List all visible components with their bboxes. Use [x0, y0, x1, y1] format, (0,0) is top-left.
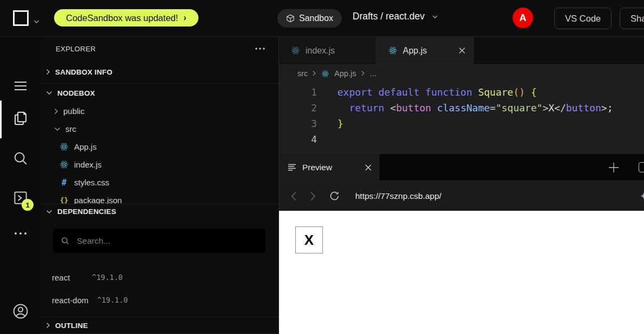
menu-icon[interactable] [0, 81, 41, 91]
tab-appjs[interactable]: App.js [376, 37, 474, 64]
codesandbox-app: CodeSandbox was updated! › Sandbox Draft… [0, 0, 644, 334]
activity-bar: 1 [0, 37, 41, 334]
avatar[interactable]: A [513, 8, 533, 28]
vscode-button[interactable]: VS Code [554, 8, 612, 29]
react-file-icon [59, 160, 69, 169]
chevron-right-icon: › [183, 13, 186, 23]
code-editor[interactable]: 1export default function Square() {2 ret… [279, 82, 644, 154]
preview-navbar: https://77sznp.csb.app/ ✦ [279, 181, 644, 211]
section-outline[interactable]: OUTLINE [41, 317, 278, 333]
breadcrumb-symbol[interactable]: ... [370, 69, 376, 78]
preview-pane: Preview [279, 154, 644, 334]
react-file-icon [291, 46, 300, 55]
line-number: 3 [279, 116, 317, 131]
react-file-icon [59, 142, 69, 151]
preview-content: X [279, 211, 644, 334]
code-line[interactable]: 1export default function Square() { [279, 84, 644, 100]
code-text: export default function Square() { [317, 84, 537, 100]
section-label: DEPENDENCIES [57, 208, 116, 216]
main-area: 1 EXPLORER [0, 37, 644, 334]
preview-header: Preview [279, 154, 644, 181]
project-breadcrumb[interactable]: Drafts / react.dev [353, 11, 438, 22]
tree-file-stylescss[interactable]: # styles.css [41, 173, 278, 191]
explorer-more-icon[interactable] [255, 47, 265, 50]
chevron-right-icon [361, 70, 365, 78]
dependency-version: ^19.1.0 [92, 273, 123, 282]
terminal-icon[interactable] [0, 190, 41, 206]
terminal-badge: 1 [22, 199, 34, 211]
close-icon[interactable] [459, 47, 466, 54]
chevron-right-icon [313, 70, 316, 78]
sandbox-badge[interactable]: Sandbox [277, 9, 342, 28]
code-text [317, 131, 337, 147]
dependency-react-dom[interactable]: react-dom ^19.1.0 [41, 289, 278, 311]
account-icon[interactable] [0, 303, 41, 320]
preview-square-button[interactable]: X [295, 226, 323, 253]
tab-label: App.js [403, 46, 427, 56]
chevron-down-icon [46, 210, 52, 214]
editor-tabstrip: index.js App.js [279, 37, 644, 65]
code-line[interactable]: 3} [279, 116, 644, 131]
code-text: } [317, 116, 343, 131]
forward-icon[interactable] [310, 191, 316, 201]
more-icon[interactable] [0, 231, 41, 236]
file-name: styles.css [74, 178, 109, 187]
section-label: OUTLINE [55, 322, 88, 330]
preview-url[interactable]: https://77sznp.csb.app/ [355, 191, 441, 201]
close-icon[interactable] [364, 164, 372, 171]
line-number: 4 [279, 131, 317, 147]
chevron-right-icon [54, 108, 58, 115]
css-file-icon: # [59, 178, 69, 188]
chevron-down-icon [46, 91, 52, 95]
update-banner-button[interactable]: CodeSandbox was updated! › [54, 9, 198, 26]
chevron-down-icon [54, 127, 61, 131]
code-line[interactable]: 2 return <button className="square">X</b… [279, 100, 644, 116]
dependency-search-input[interactable] [76, 236, 258, 246]
dependency-list: react ^19.1.0 react-dom ^19.1.0 [41, 266, 278, 311]
topbar: CodeSandbox was updated! › Sandbox Draft… [0, 0, 644, 37]
dependency-version: ^19.1.0 [97, 296, 128, 304]
code-lines: 1export default function Square() {2 ret… [279, 84, 644, 147]
section-sandbox-info[interactable]: SANDBOX INFO [41, 61, 278, 84]
files-icon[interactable] [0, 110, 41, 126]
layout-icon[interactable] [639, 162, 644, 172]
editor-area: index.js App.js src [279, 37, 644, 334]
preview-tab-label: Preview [302, 163, 332, 172]
search-icon[interactable] [0, 150, 41, 166]
back-icon[interactable] [291, 191, 297, 201]
explorer-panel: EXPLORER SANDBOX INFO NODEBOX [41, 37, 279, 334]
tab-label: index.js [306, 46, 335, 56]
explorer-title: EXPLORER [56, 45, 96, 53]
tree-folder-public[interactable]: public [41, 102, 278, 120]
add-preview-icon[interactable] [608, 162, 620, 173]
file-name: App.js [74, 142, 97, 151]
tree-file-appjs[interactable]: App.js [41, 138, 278, 156]
breadcrumb-src[interactable]: src [297, 69, 308, 78]
sparkle-icon[interactable]: ✦ [640, 190, 644, 202]
preview-tab[interactable]: Preview [279, 154, 380, 181]
code-line[interactable]: 4 [279, 131, 644, 147]
tree-file-packagejson[interactable]: {} package.json [41, 191, 278, 204]
tree-file-indexjs[interactable]: index.js [41, 156, 278, 173]
file-name: index.js [74, 160, 102, 169]
outline-block: OUTLINE [41, 317, 278, 334]
tree-folder-src[interactable]: src [41, 120, 278, 138]
chevron-right-icon [46, 69, 50, 75]
section-dependencies[interactable]: DEPENDENCIES [41, 204, 278, 219]
codesandbox-logo[interactable] [13, 10, 29, 26]
refresh-icon[interactable] [329, 190, 340, 202]
section-nodebox[interactable]: NODEBOX [41, 84, 278, 102]
tab-indexjs[interactable]: index.js [279, 37, 376, 64]
file-name: package.json [74, 196, 122, 204]
sandbox-badge-label: Sandbox [299, 14, 333, 23]
share-button[interactable]: Share [620, 8, 644, 29]
chevron-down-icon [432, 15, 438, 19]
react-file-icon [321, 70, 329, 78]
breadcrumb[interactable]: src App.js ... [279, 65, 644, 82]
code-text: return <button className="square">X</but… [317, 100, 613, 116]
breadcrumb-file[interactable]: App.js [334, 69, 356, 78]
cube-icon [286, 14, 295, 23]
file-tree: public src App.js [41, 102, 278, 204]
workspace-chevron-down-icon[interactable] [34, 16, 39, 26]
dependency-react[interactable]: react ^19.1.0 [41, 266, 278, 289]
